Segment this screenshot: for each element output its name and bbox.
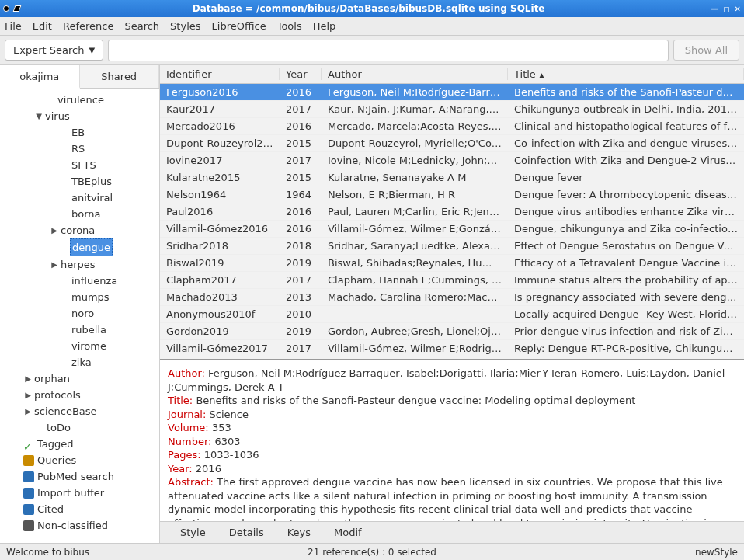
table-row[interactable]: Iovine20172017Iovine, Nicole M;Lednicky,… — [160, 152, 744, 169]
statusbar: Welcome to bibus 21 reference(s) : 0 sel… — [0, 543, 744, 560]
cell-author: Mercado, Marcela;Acosta-Reyes, Jorg... — [322, 120, 508, 132]
tree-item-influenza[interactable]: influenza — [0, 273, 159, 289]
tab-shared[interactable]: Shared — [80, 65, 160, 88]
menu-reference[interactable]: Reference — [63, 20, 113, 32]
cell-title: Is pregnancy associated with severe deng… — [508, 291, 744, 303]
sidebar-queries[interactable]: Queries — [0, 452, 159, 468]
cell-year: 2017 — [280, 103, 322, 115]
table-row[interactable]: Anonymous2010f2010Locally acquired Dengu… — [160, 306, 744, 323]
tree-item-virus[interactable]: ▼virus — [0, 108, 159, 124]
cell-id: Kaur2017 — [160, 103, 280, 115]
menu-search[interactable]: Search — [124, 20, 159, 32]
col-identifier[interactable]: Identifier — [160, 68, 280, 80]
search-input[interactable] — [108, 40, 669, 61]
tree-item-tbeplus[interactable]: TBEplus — [0, 173, 159, 190]
menu-edit[interactable]: Edit — [33, 20, 52, 32]
menu-styles[interactable]: Styles — [170, 20, 200, 32]
detail-tab-details[interactable]: Details — [229, 527, 264, 538]
menu-libreoffice[interactable]: LibreOffice — [212, 20, 266, 32]
cell-year: 2010 — [280, 308, 322, 320]
col-title[interactable]: Title▲ — [508, 68, 744, 80]
sidebar-tagged[interactable]: ✓Tagged — [0, 436, 159, 452]
sidebar-non-classified[interactable]: Non-classified — [0, 517, 159, 534]
table-row[interactable]: Gordon20192019Gordon, Aubree;Gresh, Lion… — [160, 323, 744, 340]
tree-label: toDo — [45, 419, 72, 436]
tree-label: virus — [43, 108, 71, 124]
table-row[interactable]: Paul20162016Paul, Lauren M;Carlin, Eric … — [160, 203, 744, 221]
tree-item-herpes[interactable]: ▶herpes — [0, 256, 159, 273]
tree-label: rubella — [70, 322, 108, 338]
tree-item-dengue[interactable]: dengue — [0, 238, 159, 256]
tree-label: noro — [70, 305, 96, 322]
tree-item-anitviral[interactable]: anitviral — [0, 190, 159, 206]
tree-item-rs[interactable]: RS — [0, 141, 159, 157]
status-left: Welcome to bibus — [6, 547, 250, 558]
tree-item-rubella[interactable]: rubella — [0, 322, 159, 338]
tree-item-virome[interactable]: virome — [0, 338, 159, 354]
col-year[interactable]: Year — [280, 68, 322, 80]
table-row[interactable]: Kaur20172017Kaur, N;Jain, J;Kumar, A;Nar… — [160, 101, 744, 118]
tree-item-zika[interactable]: zika — [0, 354, 159, 370]
table-row[interactable]: Ferguson20162016Ferguson, Neil M;Rodrígu… — [160, 84, 744, 101]
table-row[interactable]: Villamil-Gómez20162016Villamil-Gómez, Wi… — [160, 221, 744, 238]
table-row[interactable]: Machado20132013Machado, Carolina Romero;… — [160, 289, 744, 306]
sidebar-pubmed-search[interactable]: PubMed search — [0, 468, 159, 485]
number-label: Number: — [168, 436, 211, 447]
sidebar-cited[interactable]: Cited — [0, 501, 159, 517]
tree-item-noro[interactable]: noro — [0, 305, 159, 322]
tab-okajima[interactable]: okajima — [0, 65, 80, 89]
table-row[interactable]: Rosenbaum20182018Rosenbaum, LisaTrolleyo… — [160, 357, 744, 359]
status-right: newStyle — [494, 547, 738, 558]
pages-label: Pages: — [168, 449, 201, 461]
tree-item-eb[interactable]: EB — [0, 124, 159, 141]
cell-title: Prior dengue virus infection and risk of… — [508, 325, 744, 337]
cell-title: Benefits and risks of the Sanofi-Pasteur… — [508, 86, 744, 98]
window-title: Database = /common/bibus/DataBases/bibus… — [26, 3, 711, 14]
table-row[interactable]: Clapham20172017Clapham, Hannah E;Cumming… — [160, 272, 744, 289]
close-icon[interactable] — [3, 5, 9, 12]
sidebar-import-buffer[interactable]: Import buffer — [0, 485, 159, 501]
tree-arrow-icon: ▶ — [50, 222, 59, 238]
expert-search-button[interactable]: Expert Search ▼ — [5, 40, 103, 61]
tree-item-corona[interactable]: ▶corona — [0, 222, 159, 238]
detail-tab-keys[interactable]: Keys — [287, 527, 311, 538]
menu-file[interactable]: File — [5, 20, 22, 32]
tree-item-orphan[interactable]: ▶orphan — [0, 370, 159, 387]
detail-abstract: The first approved dengue vaccine has no… — [168, 476, 725, 521]
cell-id: Ferguson2016 — [160, 86, 280, 98]
menu-tools[interactable]: Tools — [277, 20, 302, 32]
table-row[interactable]: Villamil-Gómez20172017Villamil-Gómez, Wi… — [160, 340, 744, 357]
show-all-button[interactable]: Show All — [673, 40, 739, 61]
table-row[interactable]: Dupont-Rouzeyrol20152015Dupont-Rouzeyrol… — [160, 135, 744, 152]
cell-year: 2016 — [280, 206, 322, 217]
col-author[interactable]: Author — [322, 68, 508, 80]
minimize-icon[interactable] — [13, 5, 22, 12]
cell-id: Villamil-Gómez2017 — [160, 343, 280, 354]
tree-label: mumps — [70, 289, 111, 305]
table-row[interactable]: Nelson19641964Nelson, E R;Bierman, H RDe… — [160, 186, 744, 203]
menu-help[interactable]: Help — [313, 20, 336, 32]
cell-author: Iovine, Nicole M;Lednicky, John;Cher... — [322, 155, 508, 166]
cell-author: Machado, Carolina Romero;Machado... — [322, 291, 508, 303]
close-icon-right[interactable]: ✕ — [735, 5, 741, 13]
tree-arrow-icon: ▶ — [23, 387, 33, 403]
table-header: Identifier Year Author Title▲ — [160, 65, 744, 84]
maximize-icon[interactable]: ◻ — [723, 5, 729, 13]
table-row[interactable]: Mercado20162016Mercado, Marcela;Acosta-R… — [160, 118, 744, 135]
tree-item-sfts[interactable]: SFTS — [0, 157, 159, 173]
tree-item-protocols[interactable]: ▶protocols — [0, 387, 159, 403]
tree-item-borna[interactable]: borna — [0, 206, 159, 222]
cell-year: 1964 — [280, 189, 322, 200]
cell-title: Dengue fever — [508, 172, 744, 183]
detail-tab-modif[interactable]: Modif — [334, 527, 362, 538]
table-row[interactable]: Sridhar20182018Sridhar, Saranya;Luedtke,… — [160, 238, 744, 255]
tree-item-mumps[interactable]: mumps — [0, 289, 159, 305]
iconify-icon[interactable]: — — [711, 5, 718, 13]
detail-tab-style[interactable]: Style — [180, 527, 206, 538]
tree-item-sciencebase[interactable]: ▶scienceBase — [0, 403, 159, 419]
tree-item-todo[interactable]: toDo — [0, 419, 159, 436]
abstract-label: Abstract: — [168, 476, 214, 488]
table-row[interactable]: Kularatne20152015Kularatne, Senanayake A… — [160, 169, 744, 186]
table-row[interactable]: Biswal20192019Biswal, Shibadas;Reynales,… — [160, 255, 744, 272]
tree-item-virulence[interactable]: virulence — [0, 92, 159, 108]
